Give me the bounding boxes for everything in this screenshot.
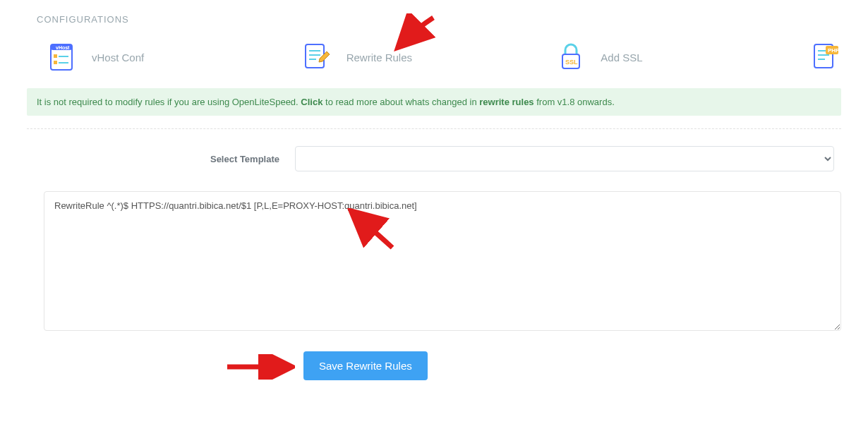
svg-rect-4 — [54, 61, 57, 64]
svg-text:SSL: SSL — [565, 59, 578, 66]
vhost-icon: vHost — [47, 42, 78, 73]
svg-rect-9 — [309, 54, 320, 56]
section-title: CONFIGURATIONS — [37, 14, 841, 25]
php-icon: PHP — [810, 42, 841, 73]
svg-text:PHP: PHP — [828, 47, 840, 54]
svg-text:vHost: vHost — [56, 45, 70, 50]
svg-rect-8 — [309, 50, 320, 52]
rewrite-icon — [301, 42, 332, 73]
template-row: Select Template — [27, 146, 841, 171]
annotation-arrow — [224, 354, 295, 382]
config-panel: CONFIGURATIONS vHost vHost Conf — [27, 14, 841, 380]
config-item-vhost[interactable]: vHost vHost Conf — [47, 42, 301, 73]
config-label: vHost Conf — [92, 52, 144, 63]
alert-click[interactable]: Click — [301, 97, 323, 107]
rules-wrap — [27, 191, 841, 333]
config-label: Rewrite Rules — [346, 52, 412, 63]
divider — [27, 128, 841, 129]
svg-rect-2 — [54, 54, 57, 58]
svg-rect-10 — [309, 59, 316, 60]
svg-rect-5 — [59, 62, 68, 63]
config-item-rewrite[interactable]: Rewrite Rules — [301, 42, 556, 73]
alert-text: to read more about whats changed in — [323, 97, 479, 107]
svg-rect-7 — [306, 44, 324, 68]
config-item-php[interactable]: PHP — [810, 42, 841, 73]
config-label: Add SSL — [601, 52, 642, 63]
template-label: Select Template — [34, 154, 295, 164]
rewrite-rules-input[interactable] — [44, 191, 841, 331]
template-select[interactable] — [295, 146, 834, 171]
rewrite-rules-link[interactable]: rewrite rules — [479, 97, 534, 107]
svg-rect-3 — [59, 56, 68, 57]
alert-text: It is not required to modify rules if yo… — [37, 97, 301, 107]
alert-text: from v1.8 onwards. — [534, 97, 615, 107]
svg-rect-15 — [818, 54, 829, 56]
svg-rect-16 — [818, 59, 825, 60]
button-row: Save Rewrite Rules — [27, 351, 841, 380]
ssl-icon: SSL — [555, 42, 586, 73]
save-button[interactable]: Save Rewrite Rules — [303, 351, 428, 380]
config-row: vHost vHost Conf Rewrite Rules — [27, 42, 841, 73]
info-alert: It is not required to modify rules if yo… — [27, 88, 841, 116]
config-item-ssl[interactable]: SSL Add SSL — [555, 42, 810, 73]
